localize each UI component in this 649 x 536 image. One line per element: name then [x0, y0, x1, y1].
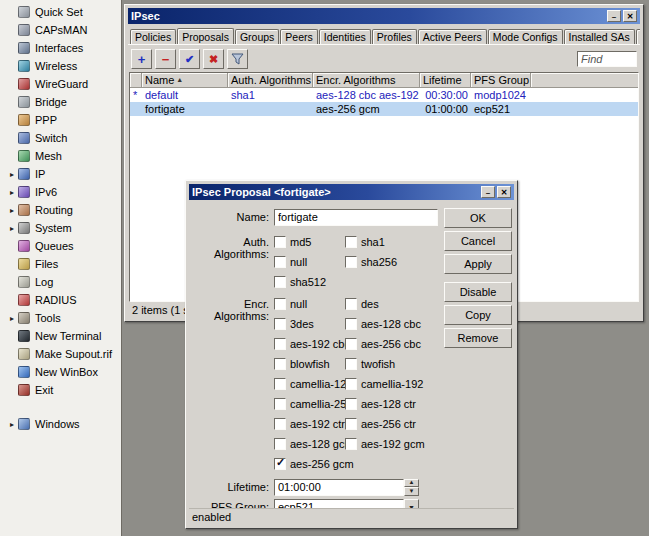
algorithm-checkbox[interactable]: aes-128 gcm [274, 438, 345, 450]
checkbox-icon[interactable] [345, 298, 357, 310]
sidebar-item-capsman[interactable]: CAPsMAN [0, 21, 121, 39]
sidebar-item-quick-set[interactable]: Quick Set [0, 3, 121, 21]
checkbox-icon[interactable] [274, 358, 286, 370]
tab[interactable]: Mode Configs [488, 29, 563, 44]
algorithm-checkbox[interactable]: null [274, 298, 345, 310]
cancel-button[interactable]: Cancel [444, 231, 512, 251]
ok-button[interactable]: OK [444, 208, 512, 228]
lifetime-field[interactable] [274, 479, 404, 496]
sidebar-item-radius[interactable]: RADIUS [0, 291, 121, 309]
column-header-name[interactable]: Name ▲ [142, 73, 228, 88]
dialog-titlebar[interactable]: IPsec Proposal <fortigate> – ✕ [189, 184, 514, 200]
checkbox-icon[interactable] [345, 358, 357, 370]
add-button[interactable]: + [131, 49, 152, 69]
tab[interactable]: Peers [280, 29, 317, 44]
algorithm-checkbox[interactable]: aes-128 cbc [345, 318, 421, 330]
close-button[interactable]: ✕ [497, 186, 511, 198]
algorithm-checkbox[interactable]: aes-192 ctr [274, 418, 345, 430]
checkbox-icon[interactable] [274, 276, 286, 288]
tab[interactable]: Identities [319, 29, 371, 44]
checkbox-icon[interactable] [345, 378, 357, 390]
algorithm-checkbox[interactable]: camellia-128 [274, 378, 345, 390]
checkbox-icon[interactable] [274, 398, 286, 410]
minimize-button[interactable]: – [481, 186, 495, 198]
sidebar-item-ppp[interactable]: PPP [0, 111, 121, 129]
algorithm-checkbox[interactable]: aes-128 ctr [345, 398, 416, 410]
sidebar-item-mesh[interactable]: Mesh [0, 147, 121, 165]
column-header-pfs[interactable]: PFS Group [471, 73, 531, 88]
checkbox-icon[interactable] [345, 256, 357, 268]
table-row-fortigate[interactable]: fortigate aes-256 gcm 01:00:00 ecp521 [130, 102, 638, 116]
sidebar-item-bridge[interactable]: Bridge [0, 93, 121, 111]
sidebar-item-make-supout[interactable]: Make Supout.rif [0, 345, 121, 363]
algorithm-checkbox[interactable]: sha512 [274, 276, 345, 288]
algorithm-checkbox[interactable]: null [274, 256, 345, 268]
checkbox-icon[interactable] [345, 398, 357, 410]
checkbox-icon[interactable] [345, 438, 357, 450]
enable-button[interactable]: ✔ [179, 49, 200, 69]
sidebar-item-tools[interactable]: Tools [0, 309, 121, 327]
apply-button[interactable]: Apply [444, 254, 512, 274]
sidebar-item-wireguard[interactable]: WireGuard [0, 75, 121, 93]
pfs-group-field[interactable] [274, 499, 404, 509]
table-row-default[interactable]: * default sha1 aes-128 cbc aes-192 ... 0… [130, 88, 638, 102]
sidebar-item-files[interactable]: Files [0, 255, 121, 273]
sidebar-item-switch[interactable]: Switch [0, 129, 121, 147]
algorithm-checkbox[interactable]: aes-192 gcm [345, 438, 425, 450]
tab[interactable]: Keys [636, 29, 640, 44]
algorithm-checkbox[interactable]: camellia-256 [274, 398, 345, 410]
algorithm-checkbox[interactable]: sha1 [345, 236, 385, 248]
sidebar-item-system[interactable]: System [0, 219, 121, 237]
filter-button[interactable] [227, 49, 248, 69]
copy-button[interactable]: Copy [444, 305, 512, 325]
column-header-flags[interactable] [130, 73, 142, 88]
sidebar-item-new-terminal[interactable]: New Terminal [0, 327, 121, 345]
algorithm-checkbox[interactable]: aes-256 gcm [274, 458, 345, 470]
ipsec-window-titlebar[interactable]: IPsec – ✕ [128, 8, 640, 24]
checkbox-icon[interactable] [274, 458, 286, 470]
algorithm-checkbox[interactable]: sha256 [345, 256, 397, 268]
sidebar-item-queues[interactable]: Queues [0, 237, 121, 255]
checkbox-icon[interactable] [274, 318, 286, 330]
minimize-button[interactable]: – [607, 10, 621, 22]
spinner-up-icon[interactable]: ▲ [404, 479, 419, 488]
column-header-auth[interactable]: Auth. Algorithms [228, 73, 313, 88]
sidebar-item-log[interactable]: Log [0, 273, 121, 291]
tab[interactable]: Profiles [372, 29, 417, 44]
algorithm-checkbox[interactable]: blowfish [274, 358, 345, 370]
algorithm-checkbox[interactable]: camellia-192 [345, 378, 423, 390]
disable-button[interactable]: ✖ [203, 49, 224, 69]
sidebar-item-new-winbox[interactable]: New WinBox [0, 363, 121, 381]
sidebar-item-interfaces[interactable]: Interfaces [0, 39, 121, 57]
algorithm-checkbox[interactable]: aes-192 cbc [274, 338, 345, 350]
sidebar-item-ipv6[interactable]: IPv6 [0, 183, 121, 201]
tab[interactable]: Proposals [177, 28, 234, 45]
tab[interactable]: Policies [130, 29, 176, 44]
remove-button[interactable]: Remove [444, 328, 512, 348]
algorithm-checkbox[interactable]: des [345, 298, 379, 310]
tab[interactable]: Active Peers [418, 29, 487, 44]
checkbox-icon[interactable] [274, 438, 286, 450]
checkbox-icon[interactable] [274, 378, 286, 390]
sidebar-item-wireless[interactable]: Wireless [0, 57, 121, 75]
checkbox-icon[interactable] [274, 256, 286, 268]
checkbox-icon[interactable] [274, 298, 286, 310]
sidebar-item-ip[interactable]: IP [0, 165, 121, 183]
spinner-down-icon[interactable]: ▼ [404, 487, 419, 496]
algorithm-checkbox[interactable]: twofish [345, 358, 395, 370]
dropdown-icon[interactable]: ▼ [404, 499, 419, 509]
checkbox-icon[interactable] [345, 236, 357, 248]
column-header-encr[interactable]: Encr. Algorithms [313, 73, 420, 88]
checkbox-icon[interactable] [345, 418, 357, 430]
checkbox-icon[interactable] [274, 418, 286, 430]
algorithm-checkbox[interactable]: 3des [274, 318, 345, 330]
tab[interactable]: Groups [235, 29, 279, 44]
close-button[interactable]: ✕ [623, 10, 637, 22]
sidebar-item-windows[interactable]: Windows [0, 415, 121, 433]
sidebar-item-exit[interactable]: Exit [0, 381, 121, 399]
column-header-lifetime[interactable]: Lifetime [420, 73, 471, 88]
tab[interactable]: Installed SAs [564, 29, 635, 44]
name-field[interactable] [274, 209, 438, 226]
algorithm-checkbox[interactable]: aes-256 cbc [345, 338, 421, 350]
checkbox-icon[interactable] [274, 236, 286, 248]
